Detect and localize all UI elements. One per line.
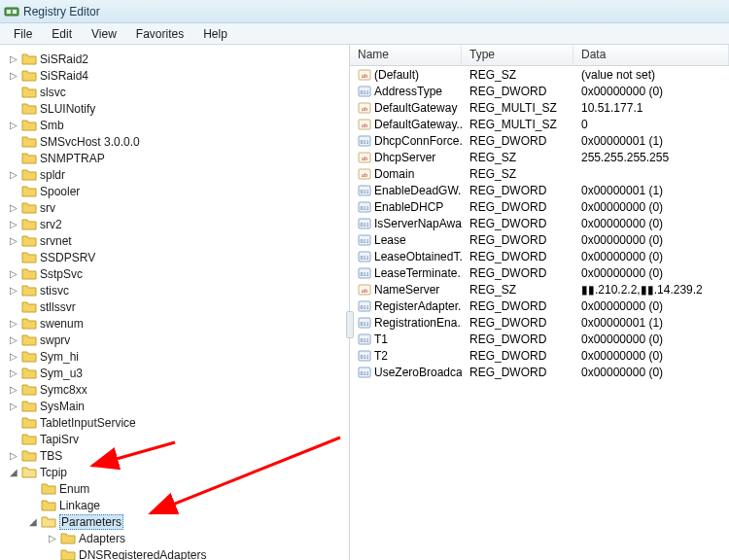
tree-item-label: Linkage: [59, 499, 100, 512]
tree-item[interactable]: stllssvr: [0, 298, 349, 315]
value-row[interactable]: ab DefaultGateway...REG_MULTI_SZ0: [350, 116, 729, 132]
value-row[interactable]: 011 LeaseREG_DWORD0x00000000 (0): [350, 231, 729, 248]
tree-item[interactable]: ◢ Tcpip: [0, 464, 349, 480]
value-row[interactable]: ab NameServerREG_SZ▮▮.210.2.2,▮▮.14.239.…: [350, 281, 729, 298]
expand-icon[interactable]: ▷: [8, 268, 19, 279]
expand-icon[interactable]: ▷: [8, 368, 19, 378]
value-row[interactable]: 011 IsServerNapAwareREG_DWORD0x00000000 …: [350, 215, 729, 231]
expand-icon[interactable]: ▷: [8, 169, 19, 180]
value-row[interactable]: ab DomainREG_SZ: [350, 165, 729, 182]
tree-item[interactable]: ▷ swprv: [0, 332, 349, 348]
tree-item-label: srvnet: [40, 234, 72, 248]
tree-item[interactable]: SMSvcHost 3.0.0.0: [0, 133, 349, 150]
tree-item[interactable]: SNMPTRAP: [0, 150, 349, 166]
tree-item[interactable]: slsvc: [0, 84, 349, 100]
tree-item[interactable]: ▷ Adapters: [0, 530, 349, 546]
tree-item[interactable]: TapiSrv: [0, 431, 349, 447]
tree-panel[interactable]: ▷ SiSRaid2▷ SiSRaid4 slsvc SLUINotify▷ S…: [0, 45, 350, 560]
tree-item[interactable]: ▷ Sym_hi: [0, 348, 349, 365]
tree-item[interactable]: ▷ SiSRaid4: [0, 67, 349, 84]
expand-icon[interactable]: ▷: [8, 334, 19, 345]
registry-tree[interactable]: ▷ SiSRaid2▷ SiSRaid4 slsvc SLUINotify▷ S…: [0, 51, 349, 560]
tree-item[interactable]: ▷ srv: [0, 199, 349, 216]
column-header-type[interactable]: Type: [462, 45, 573, 65]
menu-file[interactable]: File: [4, 25, 42, 43]
tree-item[interactable]: SLUINotify: [0, 100, 349, 117]
expand-icon[interactable]: ▷: [8, 384, 19, 395]
value-row[interactable]: 011 UseZeroBroadcastREG_DWORD0x00000000 …: [350, 364, 729, 380]
value-row[interactable]: ab DefaultGatewayREG_MULTI_SZ10.51.177.1: [350, 99, 729, 116]
tree-item[interactable]: ▷ srvnet: [0, 232, 349, 249]
expand-icon[interactable]: ▷: [47, 533, 58, 543]
splitter-handle[interactable]: [346, 311, 354, 338]
tree-item-label: DNSRegisteredAdapters: [79, 548, 206, 561]
value-type-cell: REG_DWORD: [462, 366, 573, 379]
value-type-cell: REG_MULTI_SZ: [462, 101, 573, 115]
tree-item[interactable]: ▷ stisvc: [0, 282, 349, 298]
tree-item[interactable]: ▷ Symc8xx: [0, 381, 349, 398]
tree-item[interactable]: ▷ srv2: [0, 216, 349, 232]
value-row[interactable]: 011 LeaseObtainedT...REG_DWORD0x00000000…: [350, 248, 729, 264]
value-row[interactable]: 011 AddressTypeREG_DWORD0x00000000 (0): [350, 83, 729, 99]
string-value-icon: ab: [358, 151, 371, 164]
tree-item[interactable]: ▷ SysMain: [0, 398, 349, 414]
expand-icon[interactable]: ▷: [8, 120, 19, 130]
menu-help[interactable]: Help: [193, 25, 237, 43]
binary-value-icon: 011: [358, 316, 371, 330]
tree-item[interactable]: ▷ Sym_u3: [0, 365, 349, 381]
tree-item[interactable]: Spooler: [0, 183, 349, 199]
svg-text:011: 011: [361, 354, 369, 360]
column-header-data[interactable]: Data: [573, 45, 729, 65]
tree-item[interactable]: ▷ SiSRaid2: [0, 51, 349, 67]
binary-value-icon: 011: [358, 200, 371, 214]
collapse-icon[interactable]: ◢: [8, 467, 19, 477]
value-list-body[interactable]: ab (Default)REG_SZ(value not set) 011 Ad…: [350, 66, 729, 380]
folder-icon: [41, 482, 56, 496]
value-row[interactable]: 011 LeaseTerminate...REG_DWORD0x00000000…: [350, 264, 729, 281]
tree-item[interactable]: Enum: [0, 480, 349, 497]
collapse-icon[interactable]: ◢: [27, 516, 39, 527]
tree-item[interactable]: ▷ TBS: [0, 447, 349, 464]
expand-icon[interactable]: ▷: [8, 235, 19, 246]
tree-item[interactable]: DNSRegisteredAdapters: [0, 546, 349, 560]
folder-icon: [21, 86, 37, 99]
value-row[interactable]: 011 DhcpConnForce...REG_DWORD0x00000001 …: [350, 132, 729, 149]
expand-icon[interactable]: ▷: [8, 285, 19, 296]
menu-favorites[interactable]: Favorites: [126, 25, 193, 43]
value-row[interactable]: ab DhcpServerREG_SZ255.255.255.255: [350, 149, 729, 165]
string-value-icon: ab: [358, 283, 371, 297]
tree-item[interactable]: TabletInputService: [0, 414, 349, 431]
tree-item[interactable]: ▷ spldr: [0, 166, 349, 183]
menu-view[interactable]: View: [82, 25, 126, 43]
expand-icon[interactable]: ▷: [8, 70, 19, 81]
expand-icon[interactable]: ▷: [8, 202, 19, 213]
svg-text:011: 011: [361, 271, 369, 277]
expand-icon[interactable]: ▷: [8, 450, 19, 461]
tree-item[interactable]: ▷ Smb: [0, 117, 349, 133]
tree-item[interactable]: ◢ Parameters: [0, 513, 349, 530]
tree-item[interactable]: ▷ SstpSvc: [0, 265, 349, 282]
folder-icon: [21, 433, 37, 446]
expand-icon[interactable]: ▷: [8, 318, 19, 329]
value-type-cell: REG_MULTI_SZ: [462, 118, 573, 131]
svg-text:ab: ab: [362, 171, 368, 179]
expand-icon[interactable]: ▷: [8, 219, 19, 229]
value-row[interactable]: 011 T1REG_DWORD0x00000000 (0): [350, 331, 729, 347]
value-row[interactable]: 011 RegisterAdapter...REG_DWORD0x0000000…: [350, 298, 729, 314]
value-row[interactable]: 011 T2REG_DWORD0x00000000 (0): [350, 347, 729, 364]
tree-item[interactable]: SSDPSRV: [0, 249, 349, 265]
folder-icon: [21, 135, 37, 149]
value-list-panel[interactable]: Name Type Data ab (Default)REG_SZ(value …: [350, 45, 729, 560]
expand-icon[interactable]: ▷: [8, 351, 19, 362]
value-name-cell: 011 DhcpConnForce...: [350, 134, 462, 148]
column-header-name[interactable]: Name: [350, 45, 462, 65]
tree-item[interactable]: ▷ swenum: [0, 315, 349, 332]
tree-item[interactable]: Linkage: [0, 497, 349, 513]
menu-edit[interactable]: Edit: [42, 25, 82, 43]
value-row[interactable]: ab (Default)REG_SZ(value not set): [350, 66, 729, 83]
value-row[interactable]: 011 EnableDHCPREG_DWORD0x00000000 (0): [350, 198, 729, 215]
expand-icon[interactable]: ▷: [8, 53, 19, 64]
value-row[interactable]: 011 EnableDeadGW...REG_DWORD0x00000001 (…: [350, 182, 729, 198]
expand-icon[interactable]: ▷: [8, 401, 19, 411]
value-row[interactable]: 011 RegistrationEna...REG_DWORD0x0000000…: [350, 314, 729, 331]
